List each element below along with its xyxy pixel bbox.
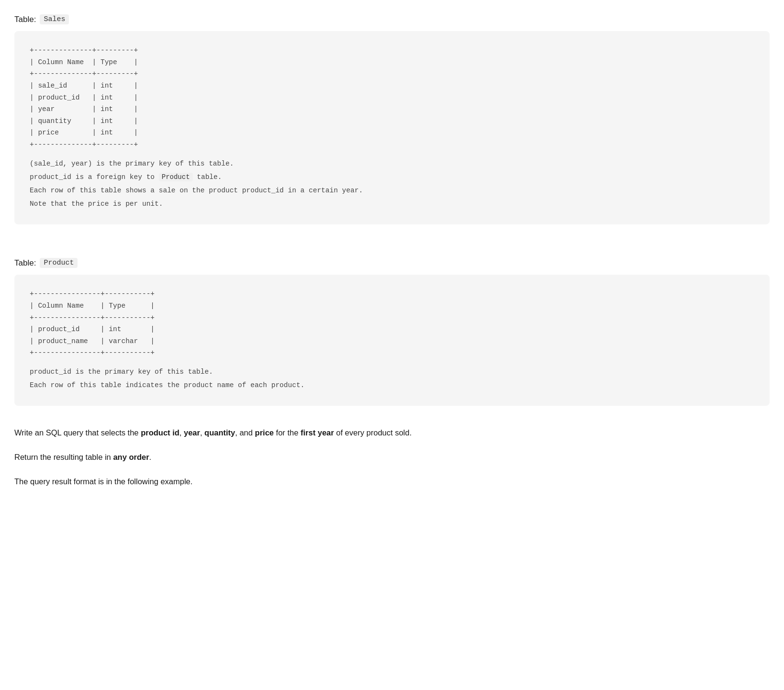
prose-line3: The query result format is in the follow… [14, 474, 770, 490]
sales-table-section: Table: Sales +--------------+---------+|… [14, 14, 770, 224]
prose-line1-bold5: first year [301, 428, 334, 437]
product-schema-box: +----------------+-----------+| Column N… [14, 275, 770, 406]
sales-schema-box: +--------------+---------+| Column Name … [14, 31, 770, 224]
prose-line1-before: Write an SQL query that selects the [14, 428, 141, 437]
prose-line2-before: Return the resulting table in [14, 453, 113, 461]
prose-line1-bold1: product id [141, 428, 179, 437]
prose-line2: Return the resulting table in any order. [14, 449, 770, 465]
sales-table-label: Table: Sales [14, 14, 770, 24]
prose-line1-bold2: year [184, 428, 200, 437]
prose-line1-comma2: , [200, 428, 204, 437]
prose-section: Write an SQL query that selects the prod… [14, 425, 770, 490]
prose-line2-bold: any order [113, 453, 149, 461]
sales-schema-pre: +--------------+---------+| Column Name … [30, 45, 754, 151]
prose-line1: Write an SQL query that selects the prod… [14, 425, 770, 441]
prose-line1-bold3: quantity [204, 428, 235, 437]
prose-line1-after: of every product sold. [334, 428, 412, 437]
product-schema-pre: +----------------+-----------+| Column N… [30, 288, 754, 359]
product-table-label: Table: Product [14, 258, 770, 268]
product-label-text: Table: [14, 258, 36, 268]
sales-label-text: Table: [14, 15, 36, 24]
prose-line2-after: . [149, 453, 152, 461]
prose-line1-bold4: price [255, 428, 274, 437]
product-table-badge: Product [40, 258, 78, 268]
prose-line1-middle: , and [235, 428, 255, 437]
product-description: product_id is the primary key of this ta… [30, 366, 754, 391]
prose-line1-middle2: for the [274, 428, 301, 437]
sales-description: (sale_id, year) is the primary key of th… [30, 157, 754, 210]
prose-line1-comma1: , [179, 428, 184, 437]
product-table-section: Table: Product +----------------+-------… [14, 258, 770, 406]
sales-table-badge: Sales [40, 14, 69, 24]
